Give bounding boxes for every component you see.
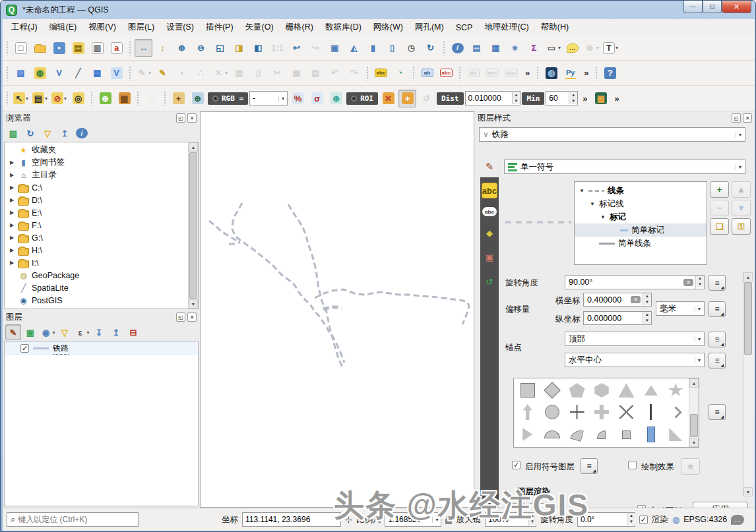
scale-input[interactable] <box>388 515 432 524</box>
scp-min-spinner[interactable]: ▲▼ <box>569 92 577 104</box>
offset-y-field[interactable]: 0.000000 ▲▼ <box>583 311 652 325</box>
offset-override-button[interactable]: ≡ <box>709 301 726 317</box>
select-features-by-value-button[interactable]: ▤▾ <box>31 90 49 107</box>
rotation-spinner[interactable]: ▲▼ <box>627 513 635 526</box>
shape-arrow[interactable] <box>515 401 540 423</box>
coordinate-box[interactable] <box>242 512 341 527</box>
shape-crossfill[interactable] <box>589 401 614 423</box>
open-data-source-manager-button[interactable]: ▧ <box>12 64 30 82</box>
highlight-pinned-labels-button[interactable]: abc <box>437 64 455 82</box>
scp-preview-button[interactable]: ⊕ <box>189 90 206 107</box>
browser-item-drive-h[interactable]: ▶H:\ <box>5 244 188 256</box>
browser-float-button[interactable]: ◱ <box>176 113 185 123</box>
symbol-tree-row-1[interactable]: ▼标记线 <box>575 197 707 210</box>
scp-std-stretch-button[interactable]: σ <box>308 90 326 107</box>
dropdown-arrow-icon[interactable]: ▾ <box>558 45 561 51</box>
menu-item-vector[interactable]: 矢量(O) <box>239 19 280 36</box>
new-print-layout-button[interactable]: ▤ <box>69 39 87 57</box>
browser-item-drive-d[interactable]: ▶D:\ <box>5 194 188 206</box>
messages-icon[interactable]: … <box>731 515 744 525</box>
scroll-up-icon[interactable]: ▲ <box>689 378 699 388</box>
toggle-editing-button[interactable]: ✎ <box>154 64 172 82</box>
tab-labels[interactable]: abc <box>482 183 497 198</box>
styling-layer-combo[interactable]: ∨ 铁路 ▾ <box>479 127 745 142</box>
scp-band-set-button[interactable]: + <box>170 90 187 107</box>
add-group-button[interactable]: ▣ <box>22 324 38 340</box>
styling-scrollbar[interactable]: ▲ ▼ <box>743 272 753 496</box>
new-temporary-scratch-layer-button[interactable]: ▦ <box>88 64 106 82</box>
scp-cumulative-stretch-button[interactable]: % <box>289 90 307 107</box>
scroll-up-icon[interactable]: ▲ <box>743 272 753 281</box>
browser-item-postgis[interactable]: ◉PostGIS <box>5 294 188 307</box>
browser-item-drive-i[interactable]: ▶I:\ <box>5 256 188 269</box>
temporal-controller-button[interactable]: ◷ <box>402 39 420 57</box>
shape-square[interactable] <box>515 380 540 401</box>
browser-item-drive-c[interactable]: ▶C:\ <box>5 181 188 194</box>
layer-row-railway[interactable]: ✓ 铁路 <box>5 341 198 355</box>
quickmap-services-button[interactable]: ▦ <box>115 90 133 107</box>
tab-symbology[interactable]: ✎ <box>480 158 499 175</box>
menu-item-plugins[interactable]: 插件(P) <box>200 19 239 36</box>
anchor-horizontal-combo[interactable]: 水平中心 ▾ <box>565 353 705 367</box>
toolbar-overflow-button[interactable]: » <box>612 94 623 103</box>
menu-item-view[interactable]: 视图(V) <box>82 19 122 36</box>
rotation-box[interactable]: ▲▼ <box>577 512 635 527</box>
expand-arrow-icon[interactable]: ▶ <box>9 197 15 203</box>
measure-line-button[interactable]: ▭▾ <box>544 39 562 57</box>
symbol-tree-row-4[interactable]: 简单线条 <box>575 237 707 250</box>
locator-box[interactable]: ⌕ <box>7 512 139 527</box>
refresh-browser-button[interactable]: ↻ <box>22 125 38 141</box>
browser-item-drive-f[interactable]: ▶F:\ <box>5 219 188 231</box>
toolbar-overflow-button[interactable]: » <box>522 68 533 78</box>
refresh-map-button[interactable]: ↻ <box>422 39 439 57</box>
layer-rendering-label[interactable]: 图层渲染 <box>517 487 550 498</box>
zoom-full-button[interactable]: ◱ <box>211 39 229 57</box>
dropdown-arrow-icon[interactable]: ▾ <box>148 70 151 76</box>
rotation-spinner[interactable]: ▲▼ <box>695 276 704 289</box>
shape-righttri[interactable] <box>664 423 688 446</box>
rotation-field[interactable]: 90.00° ✕ ▲▼ <box>565 275 705 289</box>
expand-all-button[interactable]: ↧ <box>91 324 107 340</box>
enable-symbol-layers-override-button[interactable]: ≡ <box>581 458 598 474</box>
magnifier-box[interactable]: ▲▼ <box>485 512 536 527</box>
shape-tri-right[interactable] <box>515 423 540 446</box>
scp-main-button[interactable]: ▦ <box>592 90 610 107</box>
expand-arrow-icon[interactable]: ▶ <box>9 210 15 216</box>
python-console-button[interactable]: Py <box>561 64 579 82</box>
statistical-summary-button[interactable]: Σ <box>525 39 543 57</box>
scroll-down-icon[interactable]: ▼ <box>689 438 699 447</box>
shape-third[interactable] <box>565 423 589 446</box>
close-button[interactable]: ✕ <box>722 1 751 13</box>
shape-diamond[interactable] <box>540 380 564 401</box>
open-project-button[interactable] <box>31 39 49 57</box>
layer-visibility-checkbox[interactable]: ✓ <box>20 344 29 353</box>
deselect-features-button[interactable]: ⊘▾ <box>50 90 68 107</box>
scroll-thumb[interactable] <box>690 414 698 437</box>
shape-smallsq[interactable] <box>614 423 639 446</box>
layers-close-button[interactable]: ✕ <box>187 312 197 322</box>
symbol-tree-row-2[interactable]: ▼标记 <box>575 210 707 223</box>
scroll-thumb[interactable] <box>189 152 197 299</box>
dropdown-arrow-icon[interactable]: ▾ <box>45 96 47 102</box>
collapse-arrow-icon[interactable]: ▼ <box>589 201 596 207</box>
enable-symbol-layers-checkbox[interactable]: ✓ <box>512 461 520 469</box>
rotation-override-button[interactable]: ≡ <box>709 275 726 291</box>
browser-scrollbar[interactable]: ▲ ▼ <box>188 142 198 309</box>
shape-halfsq[interactable] <box>639 423 663 446</box>
shape-line[interactable] <box>639 401 663 423</box>
layer-labeling-button[interactable]: abc <box>372 64 390 82</box>
style-manager-button[interactable]: a <box>108 39 125 57</box>
filter-browser-button[interactable]: ▽ <box>40 125 55 141</box>
browser-item-geopackage[interactable]: ◍GeoPackage <box>5 269 188 281</box>
pan-to-selection-button[interactable]: ↕ <box>154 39 172 57</box>
draw-effects-checkbox[interactable] <box>628 461 637 469</box>
menu-item-edit[interactable]: 编辑(E) <box>44 19 83 36</box>
shape-circle[interactable] <box>540 401 564 423</box>
restore-button[interactable]: ◱ <box>703 1 722 13</box>
extents-toggle-icon[interactable]: ⊹ <box>345 515 352 525</box>
shape-grid-scrollbar[interactable]: ▲ ▼ <box>689 378 699 447</box>
field-calculator-button[interactable]: ▦ <box>487 39 505 57</box>
scp-dist-input[interactable]: 0.010000▲▼ <box>465 91 521 105</box>
menu-item-database[interactable]: 数据库(D) <box>319 19 367 36</box>
menu-item-project[interactable]: 工程(J) <box>5 19 44 36</box>
